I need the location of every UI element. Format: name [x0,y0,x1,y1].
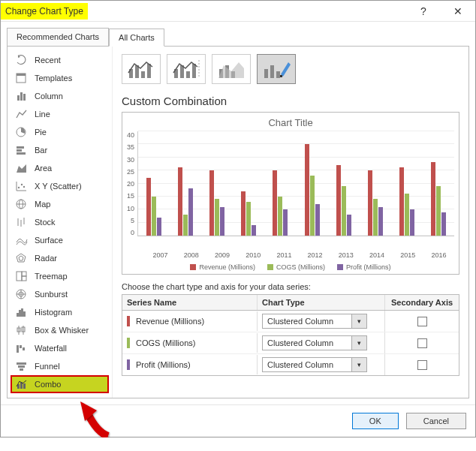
sidebar-item-scatter[interactable]: X Y (Scatter) [11,177,109,195]
waterfall-icon [15,342,29,354]
svg-rect-30 [17,313,19,317]
radar-icon [15,252,29,264]
sidebar-item-boxwhisker[interactable]: Box & Whisker [11,321,109,339]
series-name-label: Revenue (Millions) [136,317,204,326]
svg-rect-60 [264,69,268,78]
sidebar-item-label: Pie [35,128,47,137]
series-name-label: Profit (Millions) [136,360,191,369]
svg-rect-46 [23,383,26,389]
sidebar-item-label: Combo [35,380,61,389]
sidebar-item-label: X Y (Scatter) [35,182,82,191]
ok-button[interactable]: OK [352,413,399,429]
sidebar-item-line[interactable]: Line [11,105,109,123]
sidebar-item-label: Map [35,200,50,209]
sidebar-item-label: Histogram [35,308,72,317]
sidebar-item-histogram[interactable]: Histogram [11,303,109,321]
sidebar-item-map[interactable]: Map [11,195,109,213]
sidebar-item-area[interactable]: Area [11,159,109,177]
line-icon [15,108,29,120]
sidebar-item-templates[interactable]: Templates [11,69,109,87]
secondary-axis-checkbox-cogs[interactable] [417,338,427,348]
series-row-cogs: COGS (Millions) Clustered Column▾ [122,332,459,354]
secondary-axis-checkbox-profit[interactable] [417,360,427,370]
svg-rect-53 [186,71,190,78]
sidebar-item-combo[interactable]: Combo [11,375,109,393]
svg-rect-4 [23,94,26,101]
tab-all-charts[interactable]: All Charts [109,29,164,47]
sidebar-item-label: Bar [35,146,47,155]
sidebar-item-radar[interactable]: Radar [11,249,109,267]
svg-rect-38 [17,345,19,353]
svg-marker-9 [17,164,26,173]
subtype-combo-custom[interactable] [257,54,296,84]
svg-rect-3 [20,92,23,101]
series-header: Series Name Chart Type Secondary Axis [122,295,459,311]
chart-type-dropdown-profit[interactable]: Clustered Column▾ [262,357,367,372]
tab-recommended[interactable]: Recommended Charts [7,28,109,46]
svg-rect-31 [19,310,21,317]
svg-rect-2 [17,95,20,101]
titlebar: Change Chart Type ? ✕ [1,1,475,22]
area-icon [15,162,29,174]
sidebar-item-column[interactable]: Column [11,87,109,105]
series-instruction: Choose the chart type and axis for your … [122,282,459,291]
sidebar-item-stock[interactable]: Stock [11,213,109,231]
pie-icon [15,126,29,138]
svg-point-12 [18,187,20,188]
svg-rect-39 [20,345,22,348]
header-chart-type: Chart Type [258,295,385,310]
subtype-combo-1[interactable] [122,54,161,84]
chart-area: 4035302520151050 [127,131,454,251]
sidebar-item-treemap[interactable]: Treemap [11,267,109,285]
chart-preview[interactable]: Chart Title 4035302520151050 20072008200… [122,112,459,275]
svg-marker-59 [218,62,244,78]
sidebar-item-recent[interactable]: Recent [11,51,109,69]
plot-area [137,131,454,236]
combo-icon [15,378,29,390]
sidebar-item-pie[interactable]: Pie [11,123,109,141]
sidebar-item-funnel[interactable]: Funnel [11,357,109,375]
svg-rect-42 [18,365,25,368]
series-color-profit [127,359,130,370]
sidebar-item-label: Stock [35,218,56,227]
svg-rect-8 [17,152,26,155]
header-series-name: Series Name [122,295,258,310]
svg-rect-1 [17,74,26,76]
secondary-axis-checkbox-revenue[interactable] [417,317,427,326]
svg-rect-40 [23,347,25,350]
bar-icon [15,144,29,156]
svg-point-13 [21,184,23,185]
sidebar-item-label: Column [35,92,63,101]
svg-rect-32 [21,308,23,317]
help-button[interactable]: ? [406,1,441,22]
sidebar-item-label: Recent [35,56,61,65]
treemap-icon [15,270,29,282]
subtype-combo-3[interactable] [212,54,251,84]
svg-rect-49 [141,71,145,78]
sidebar-item-sunburst[interactable]: Sunburst [11,285,109,303]
svg-rect-6 [17,146,24,149]
legend-cogs: COGS (Millions) [267,263,325,271]
chart-type-dropdown-cogs[interactable]: Clustered Column▾ [262,335,367,350]
templates-icon [15,72,29,84]
custom-combination-heading: Custom Combination [122,95,459,107]
y-axis: 4035302520151050 [127,131,137,236]
cancel-button[interactable]: Cancel [406,413,466,429]
histogram-icon [15,306,29,318]
subtype-combo-2[interactable] [167,54,206,84]
svg-rect-63 [280,75,282,77]
series-color-cogs [127,338,130,348]
sidebar-item-label: Area [35,164,52,173]
sidebar-item-surface[interactable]: Surface [11,231,109,249]
funnel-icon [15,360,29,372]
stock-icon [15,216,29,228]
svg-rect-41 [17,362,26,365]
sidebar-item-waterfall[interactable]: Waterfall [11,339,109,357]
chart-type-dropdown-revenue[interactable]: Clustered Column▾ [262,314,367,329]
sidebar-item-label: Surface [35,236,63,245]
sidebar-item-label: Templates [35,74,72,83]
sidebar-item-bar[interactable]: Bar [11,141,109,159]
svg-rect-33 [23,311,26,317]
series-row-profit: Profit (Millions) Clustered Column▾ [122,354,459,375]
close-button[interactable]: ✕ [441,1,475,22]
